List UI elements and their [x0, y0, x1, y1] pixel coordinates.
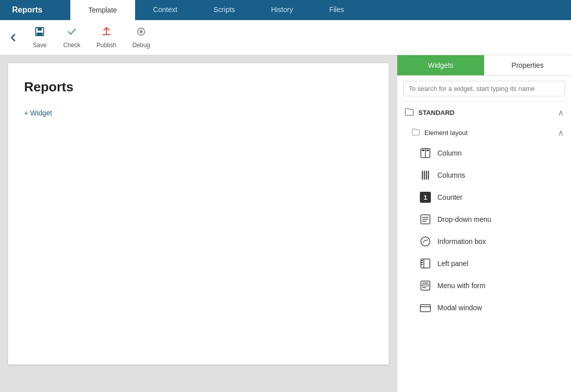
tab-files[interactable]: Files: [311, 0, 362, 20]
widget-item-leftpanel[interactable]: Left panel: [397, 252, 571, 275]
widget-columns-label: Columns: [437, 171, 465, 179]
infobox-icon: [419, 235, 431, 247]
canvas-document: Reports + Widget: [8, 63, 389, 364]
svg-rect-21: [421, 260, 423, 261]
widget-item-dropdown[interactable]: Drop-down menu: [397, 208, 571, 230]
widget-search-input[interactable]: [403, 81, 565, 96]
menuwithform-icon: [419, 280, 431, 292]
widget-item-infobox[interactable]: Information box: [397, 230, 571, 252]
svg-rect-26: [422, 285, 428, 286]
widget-menuwithform-label: Menu with form: [437, 282, 486, 290]
add-widget-button[interactable]: + Widget: [24, 107, 52, 119]
folder-icon: [404, 107, 414, 118]
debug-button[interactable]: Debug: [126, 23, 156, 52]
widget-item-columns[interactable]: Columns: [397, 164, 571, 186]
right-panel: Widgets Properties STANDARD ∧: [397, 55, 571, 392]
section-chevron-icon: ∧: [558, 108, 564, 117]
widget-item-modal[interactable]: Modal window: [397, 297, 571, 319]
svg-point-18: [427, 239, 428, 240]
debug-label: Debug: [132, 42, 150, 49]
widget-item-menuwithform[interactable]: Menu with form: [397, 275, 571, 297]
tab-template[interactable]: Template: [70, 0, 135, 20]
debug-icon: [136, 26, 147, 40]
widget-modal-label: Modal window: [437, 304, 482, 312]
publish-icon: [101, 26, 112, 40]
canvas-area: Reports + Widget: [0, 55, 397, 392]
counter-icon: 1: [419, 191, 431, 203]
document-title: Reports: [24, 79, 373, 95]
tab-history[interactable]: History: [253, 0, 311, 20]
subsection-element-layout-label: Element layout: [424, 129, 468, 137]
main-layout: Reports + Widget Widgets Properties: [0, 55, 571, 392]
subsection-chevron-icon: ∧: [558, 128, 564, 138]
tab-properties[interactable]: Properties: [484, 55, 571, 75]
svg-point-17: [421, 237, 430, 246]
svg-rect-8: [426, 150, 429, 151]
svg-point-4: [140, 30, 143, 33]
column-icon: [419, 147, 431, 159]
widget-leftpanel-label: Left panel: [437, 259, 469, 268]
svg-rect-22: [421, 262, 423, 263]
subsection-folder-icon: [411, 127, 420, 138]
toolbar: Save Check Publish Debug: [0, 20, 571, 55]
panel-content: STANDARD ∧ Element layout ∧: [397, 102, 571, 392]
svg-rect-1: [38, 28, 42, 31]
back-button[interactable]: [8, 33, 18, 43]
save-icon: [34, 26, 45, 40]
widget-item-counter[interactable]: 1 Counter: [397, 186, 571, 208]
svg-rect-23: [421, 264, 423, 265]
columns-icon: [419, 169, 431, 181]
widget-infobox-label: Information box: [437, 237, 486, 245]
brand-title: Reports: [0, 0, 70, 20]
subsection-element-layout[interactable]: Element layout ∧: [397, 123, 571, 142]
tab-scripts[interactable]: Scripts: [195, 0, 253, 20]
widget-search-container: [397, 76, 571, 102]
tab-context[interactable]: Context: [135, 0, 195, 20]
tab-widgets[interactable]: Widgets: [397, 55, 484, 75]
save-label: Save: [33, 42, 46, 49]
svg-rect-7: [422, 150, 424, 151]
panel-tabs: Widgets Properties: [397, 55, 571, 76]
section-standard-label: STANDARD: [418, 109, 454, 116]
check-label: Check: [63, 42, 80, 49]
check-icon: [66, 26, 77, 40]
section-standard[interactable]: STANDARD ∧: [397, 102, 571, 123]
leftpanel-icon: [419, 257, 431, 270]
top-nav: Reports Template Context Scripts History…: [0, 0, 571, 20]
nav-tabs: Template Context Scripts History Files: [70, 0, 571, 20]
widget-item-column[interactable]: Column: [397, 142, 571, 164]
check-button[interactable]: Check: [57, 23, 86, 52]
modal-icon: [419, 302, 431, 314]
widget-dropdown-label: Drop-down menu: [437, 215, 491, 223]
svg-rect-2: [37, 33, 43, 36]
svg-rect-28: [420, 305, 430, 312]
dropdown-icon: [419, 213, 431, 225]
save-button[interactable]: Save: [26, 23, 53, 52]
publish-button[interactable]: Publish: [90, 23, 122, 52]
widget-counter-label: Counter: [437, 193, 463, 201]
publish-label: Publish: [96, 42, 116, 49]
widget-column-label: Column: [437, 149, 462, 157]
